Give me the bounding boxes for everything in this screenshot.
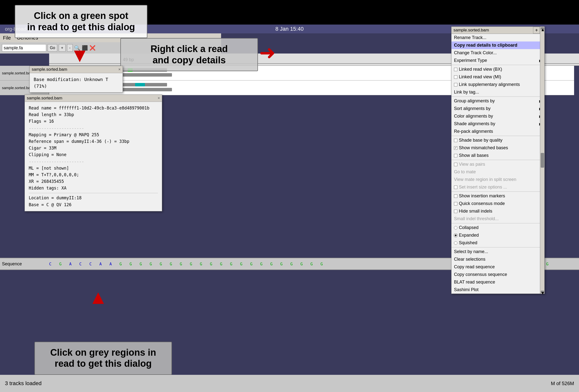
sep4 bbox=[451, 160, 544, 160]
context-menu: sample.sorted.bam × + Rename Track... Co… bbox=[451, 27, 545, 294]
context-menu-plus[interactable]: + bbox=[533, 27, 540, 34]
menu-link-supplementary[interactable]: Link supplementary alignments bbox=[451, 81, 544, 88]
checkbox-linked-mi bbox=[454, 75, 457, 79]
menu-blat[interactable]: BLAT read sequence bbox=[451, 278, 544, 286]
menu-hide-small-indels[interactable]: Hide small indels bbox=[451, 207, 544, 215]
checkbox-shade-base bbox=[454, 139, 457, 142]
sep7 bbox=[451, 247, 544, 247]
callout3-arrow-up: ▲ bbox=[88, 286, 108, 309]
menu-link-supplementary-label: Link supplementary alignments bbox=[459, 82, 520, 87]
menu-file[interactable]: File bbox=[3, 35, 11, 41]
zoom-in-btn[interactable]: + bbox=[59, 44, 65, 52]
menu-view-mate-region[interactable]: View mate region in split screen bbox=[451, 176, 544, 183]
menu-quick-consensus[interactable]: Quick consensus mode bbox=[451, 200, 544, 207]
popup2-line-12: XR = 268435455 bbox=[29, 178, 158, 185]
menu-show-mismatched-label: Show mismatched bases bbox=[459, 145, 508, 151]
menu-experiment-type-label: Experiment Type bbox=[454, 58, 487, 63]
checkbox-linked-bx bbox=[454, 68, 457, 71]
callout-right-click: Right click a read and copy details bbox=[120, 38, 258, 71]
menu-view-as-pairs-label: View as pairs bbox=[459, 162, 485, 167]
popup2-close[interactable]: × bbox=[158, 96, 160, 100]
popup2-line-4: Mapping = Primary @ MAPQ 255 bbox=[29, 132, 158, 138]
menu-sashimi-label: Sashimi Plot bbox=[454, 287, 479, 292]
menu-copy-read-details[interactable]: Copy read details to clipboard bbox=[451, 42, 544, 49]
popup2-divider bbox=[29, 193, 158, 193]
checkbox-insertion bbox=[454, 194, 457, 198]
menu-clear-selections[interactable]: Clear selections bbox=[451, 256, 544, 263]
menu-color-alignments-label: Color alignments by bbox=[454, 114, 493, 119]
menu-shade-base-quality-label: Shade base by quality bbox=[459, 138, 502, 143]
sep5 bbox=[451, 191, 544, 192]
menu-squished-label: Squished bbox=[459, 240, 477, 245]
track1-label: sample.sorted.bam bbox=[2, 71, 33, 75]
menu-expanded[interactable]: Expanded bbox=[451, 231, 544, 239]
popup2-line-6: Cigar = 33M bbox=[29, 145, 158, 152]
sep6 bbox=[451, 223, 544, 223]
callout2-arrow: ➜ bbox=[259, 43, 276, 62]
scroll-down[interactable]: ▼ bbox=[541, 291, 544, 293]
popup1-header-text: sample.sorted.bam bbox=[32, 67, 67, 72]
menu-repack-alignments[interactable]: Re-pack alignments bbox=[451, 128, 544, 135]
menu-copy-read-sequence[interactable]: Copy read sequence bbox=[451, 263, 544, 271]
sequence-label: Sequence bbox=[0, 261, 49, 267]
menu-show-insertion[interactable]: Show insertion markers bbox=[451, 192, 544, 200]
menu-squished[interactable]: Squished bbox=[451, 239, 544, 247]
popup-base-modification: sample.sorted.bam × Base modification: U… bbox=[29, 66, 123, 93]
popup2-line-13: Hidden tags: XA bbox=[29, 185, 158, 191]
scroll-thumb[interactable] bbox=[541, 153, 544, 168]
menu-linked-read-bx-label: Linked read view (BX) bbox=[459, 67, 502, 72]
radio-squished bbox=[454, 241, 457, 245]
menu-link-by-tag[interactable]: Link by tag... bbox=[451, 88, 544, 96]
popup2-line-9: ML = [not shown] bbox=[29, 165, 158, 171]
popup2-header: sample.sorted.bam × bbox=[25, 95, 162, 102]
menu-shade-alignments[interactable]: Shade alignments by bbox=[451, 120, 544, 128]
title-bar-time: 8 Jan 15:40 bbox=[275, 26, 304, 32]
checkbox-insert-size bbox=[454, 186, 457, 189]
menu-collapsed[interactable]: Collapsed bbox=[451, 224, 544, 231]
callout1-arrow: ▼ bbox=[70, 45, 89, 65]
menu-small-indel-threshold[interactable]: Small indel threshold... bbox=[451, 215, 544, 223]
menu-group-alignments[interactable]: Group alignments by bbox=[451, 97, 544, 105]
menu-set-insert-size[interactable]: Set insert size options ... bbox=[451, 183, 544, 191]
menu-shade-base-quality[interactable]: Shade base by quality bbox=[451, 136, 544, 144]
menu-rename-track[interactable]: Rename Track... bbox=[451, 34, 544, 42]
menu-color-alignments[interactable]: Color alignments by bbox=[451, 112, 544, 120]
menu-show-mismatched[interactable]: Show mismatched bases bbox=[451, 144, 544, 152]
popup2-content: Read name = fffffff1-10d2-49cb-8ca3-e8d4… bbox=[25, 102, 162, 211]
menu-sort-alignments-label: Sort alignments by bbox=[454, 106, 491, 111]
menu-change-track-color[interactable]: Change Track Color... bbox=[451, 49, 544, 57]
position-indicator: M of 526M bbox=[551, 381, 574, 386]
go-button[interactable]: Go bbox=[48, 44, 57, 52]
scroll-up[interactable]: ▲ bbox=[541, 27, 544, 30]
popup2-line-0: Read name = fffffff1-10d2-49cb-8ca3-e8d4… bbox=[29, 105, 158, 112]
menu-copy-consensus[interactable]: Copy consensus sequence bbox=[451, 271, 544, 278]
popup1-header: sample.sorted.bam × bbox=[30, 66, 123, 73]
status-bar: 3 tracks loaded M of 526M bbox=[0, 375, 579, 392]
menu-view-as-pairs[interactable]: View as pairs bbox=[451, 161, 544, 168]
genome-input[interactable] bbox=[2, 44, 46, 52]
callout1-text: Click on a green spot in read to get thi… bbox=[27, 10, 135, 32]
menu-experiment-type[interactable]: Experiment Type bbox=[451, 57, 544, 64]
popup1-text: Base modification: Unknown T (71%) bbox=[34, 77, 108, 89]
menu-sashimi[interactable]: Sashimi Plot bbox=[451, 286, 544, 294]
toolbar-icon3[interactable]: ❌ bbox=[89, 45, 96, 51]
menu-clear-selections-label: Clear selections bbox=[454, 257, 485, 262]
menu-sort-alignments[interactable]: Sort alignments by bbox=[451, 105, 544, 112]
menu-linked-read-mi[interactable]: Linked read view (MI) bbox=[451, 73, 544, 81]
callout3-text: Click on grey regions in read to get thi… bbox=[50, 347, 156, 369]
menu-go-to-mate[interactable]: Go to mate bbox=[451, 168, 544, 176]
menu-go-to-mate-label: Go to mate bbox=[454, 169, 476, 174]
checkbox-quick-consensus bbox=[454, 202, 457, 205]
menu-show-all-bases[interactable]: Show all bases bbox=[451, 152, 544, 159]
sep3 bbox=[451, 136, 544, 136]
context-menu-scrollbar[interactable]: ▲ ▼ bbox=[540, 27, 544, 294]
popup-read-details: sample.sorted.bam × Read name = fffffff1… bbox=[25, 95, 162, 211]
sep1 bbox=[451, 65, 544, 65]
checkbox-show-all-bases bbox=[454, 154, 457, 157]
menu-linked-read-bx[interactable]: Linked read view (BX) bbox=[451, 65, 544, 73]
popup1-close[interactable]: × bbox=[118, 67, 121, 72]
popup2-line-3: ---------------------- bbox=[29, 125, 158, 132]
teal-spot[interactable] bbox=[135, 83, 145, 86]
menu-select-by-name[interactable]: Select by name... bbox=[451, 248, 544, 256]
tracks-loaded: 3 tracks loaded bbox=[5, 380, 42, 387]
